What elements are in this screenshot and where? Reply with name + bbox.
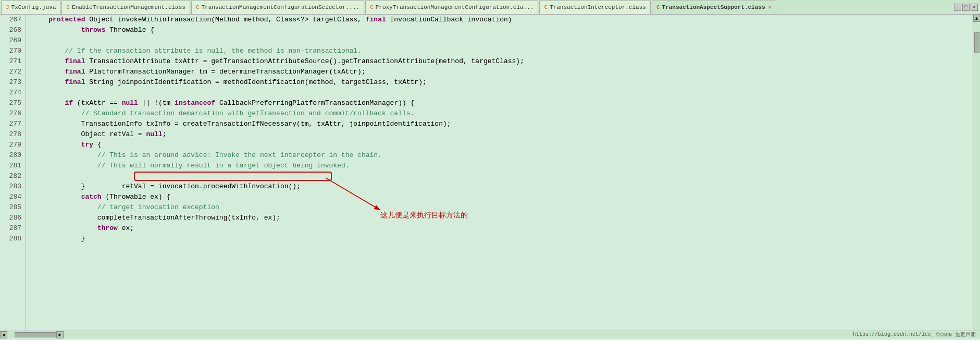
code-line-284: catch (Throwable ex) { xyxy=(32,192,973,202)
code-line-271: final TransactionAttribute txAttr = getT… xyxy=(32,56,973,67)
tab-label-aspect: TransactionAspectSupport.class xyxy=(662,4,765,10)
tab-label-enable: EnableTransactionManagement.class xyxy=(72,4,185,10)
code-line-268: throws Throwable { xyxy=(32,25,973,35)
scroll-thumb[interactable] xyxy=(974,32,979,53)
status-copyright: ©CSDN 免责声明 xyxy=(936,331,980,338)
scroll-left-button[interactable]: ◄ xyxy=(0,331,7,338)
code-line-279: try { xyxy=(32,140,973,150)
tab-icon-enable: C xyxy=(66,4,70,10)
scroll-up-button[interactable]: ▲ xyxy=(973,15,981,22)
code-line-288: } xyxy=(32,234,973,244)
highlight-box-282 xyxy=(134,172,332,181)
tab-icon-txconfig: J xyxy=(6,4,9,10)
tab-icon-interceptor: C xyxy=(544,4,548,10)
tab-label-txconfig: TxConfig.java xyxy=(11,4,56,10)
linenum-271: 271 xyxy=(0,56,21,67)
code-line-285: // target invocation exception xyxy=(32,202,973,213)
tab-proxy[interactable]: C ProxyTransactionManagementConfiguratio… xyxy=(365,1,538,14)
code-line-286: completeTransactionAfterThrowing(txInfo,… xyxy=(32,213,973,223)
linenum-273: 273 xyxy=(0,77,21,88)
code-line-282: retVal = invocation.proceedWithInvocatio… xyxy=(32,171,973,181)
code-line-267: protected Object invokeWithinTransaction… xyxy=(32,15,973,25)
linenum-276: 276 xyxy=(0,108,21,119)
tab-selector[interactable]: C TransactionManagementConfigurationSele… xyxy=(191,1,364,14)
linenum-270: 270 xyxy=(0,46,21,56)
status-url: https://blog.csdn.net/lee_ xyxy=(853,332,936,337)
linenum-279: 279 xyxy=(0,140,21,150)
code-line-269 xyxy=(32,35,973,46)
right-scrollbar[interactable]: ▲ xyxy=(973,15,980,331)
tab-label-selector: TransactionManagementConfigurationSelect… xyxy=(202,4,360,10)
code-line-274 xyxy=(32,88,973,98)
linenum-274: 274 xyxy=(0,88,21,98)
linenum-283: 283 xyxy=(0,181,21,192)
code-line-280: // This is an around advice: Invoke the … xyxy=(32,150,973,161)
linenum-278: 278 xyxy=(0,129,21,140)
tab-interceptor[interactable]: C TransactionInterceptor.class xyxy=(539,1,650,14)
linenum-284: 284 xyxy=(0,192,21,202)
tab-icon-proxy: C xyxy=(370,4,374,10)
line-numbers: 267 268 269 270 271 272 273 274 275 276 … xyxy=(0,15,26,331)
linenum-267: 267 xyxy=(0,15,21,25)
linenum-275: 275 xyxy=(0,98,21,108)
tab-aspect[interactable]: C TransactionAspectSupport.class ✕ xyxy=(652,1,776,14)
code-line-287: throw ex; xyxy=(32,223,973,234)
editor-container: 267 268 269 270 271 272 273 274 275 276 … xyxy=(0,15,980,331)
scroll-right-button[interactable]: ► xyxy=(56,331,64,338)
code-line-278: Object retVal = null; xyxy=(32,129,973,140)
tab-icon-aspect: C xyxy=(656,4,660,10)
linenum-288: 288 xyxy=(0,234,21,244)
maximize-button[interactable]: □ xyxy=(962,4,970,11)
linenum-285: 285 xyxy=(0,202,21,213)
code-line-273: final String joinpointIdentification = m… xyxy=(32,77,973,88)
tab-txconfig[interactable]: J TxConfig.java xyxy=(1,1,60,14)
linenum-280: 280 xyxy=(0,150,21,161)
linenum-282: 282 xyxy=(0,171,21,181)
tab-bar: J TxConfig.java C EnableTransactionManag… xyxy=(0,0,980,15)
bottom-scroll[interactable]: ◄ ► https://blog.csdn.net/lee_ ©CSDN 免责声… xyxy=(0,331,980,338)
linenum-287: 287 xyxy=(0,223,21,234)
tab-enable[interactable]: C EnableTransactionManagement.class xyxy=(61,1,190,14)
code-line-276: // Standard transaction demarcation with… xyxy=(32,108,973,119)
linenum-272: 272 xyxy=(0,67,21,77)
code-line-277: TransactionInfo txInfo = createTransacti… xyxy=(32,119,973,129)
linenum-269: 269 xyxy=(0,35,21,46)
linenum-281: 281 xyxy=(0,161,21,171)
linenum-286: 286 xyxy=(0,213,21,223)
minimize-button[interactable]: ─ xyxy=(954,4,961,11)
code-line-275: if (txAttr == null || !(tm instanceof Ca… xyxy=(32,98,973,108)
code-line-281: // This will normally result in a target… xyxy=(32,161,973,171)
linenum-268: 268 xyxy=(0,25,21,35)
tab-label-interceptor: TransactionInterceptor.class xyxy=(550,4,646,10)
h-scroll-thumb[interactable] xyxy=(15,332,56,337)
linenum-277: 277 xyxy=(0,119,21,129)
tab-icon-selector: C xyxy=(196,4,200,10)
close-button[interactable]: ✕ xyxy=(971,4,978,11)
tab-close-aspect[interactable]: ✕ xyxy=(768,4,772,10)
code-line-270: // If the transaction attribute is null,… xyxy=(32,46,973,56)
code-area: protected Object invokeWithinTransaction… xyxy=(26,15,973,331)
tab-label-proxy: ProxyTransactionManagementConfiguration.… xyxy=(376,4,534,10)
code-line-272: final PlatformTransactionManager tm = de… xyxy=(32,67,973,77)
window-controls: ─ □ ✕ xyxy=(954,4,980,11)
